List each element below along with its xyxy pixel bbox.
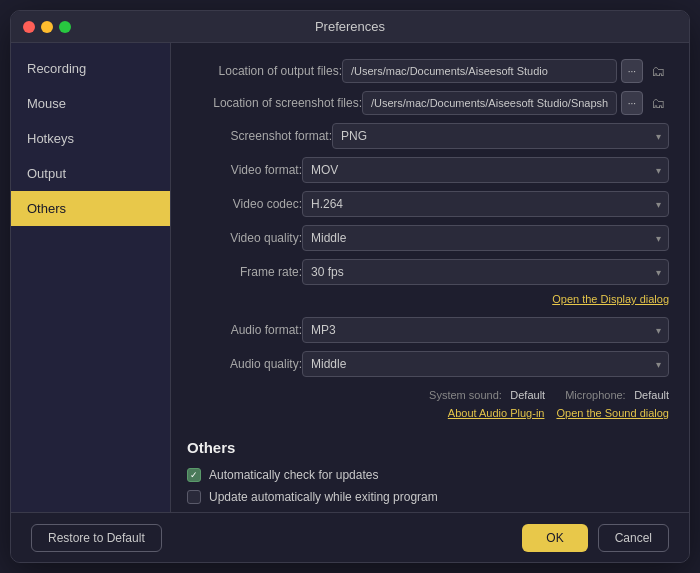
screenshot-files-label: Location of screenshot files: [187, 96, 362, 110]
frame-rate-row: Frame rate: 30 fps 24 fps 60 fps ▾ [187, 259, 669, 285]
screenshot-format-row: Screenshot format: PNG JPG BMP ▾ [187, 123, 669, 149]
audio-links-row: About Audio Plug-in Open the Sound dialo… [187, 407, 669, 419]
auto-update-label: Automatically check for updates [209, 468, 378, 482]
auto-update-exit-row[interactable]: Update automatically while exiting progr… [187, 490, 669, 504]
video-quality-select[interactable]: Middle Low High [302, 225, 669, 251]
video-quality-row: Video quality: Middle Low High ▾ [187, 225, 669, 251]
folder-icon: 🗂 [651, 63, 665, 79]
video-codec-row: Video codec: H.264 H.265 ▾ [187, 191, 669, 217]
audio-quality-select[interactable]: Middle Low High [302, 351, 669, 377]
output-files-folder-button[interactable]: 🗂 [647, 61, 669, 81]
maximize-button[interactable] [59, 21, 71, 33]
audio-format-select[interactable]: MP3 AAC WAV [302, 317, 669, 343]
auto-update-exit-label: Update automatically while exiting progr… [209, 490, 438, 504]
titlebar: Preferences [11, 11, 689, 43]
audio-format-row: Audio format: MP3 AAC WAV ▾ [187, 317, 669, 343]
video-quality-label: Video quality: [187, 231, 302, 245]
footer-right: OK Cancel [522, 524, 669, 552]
screenshot-format-label: Screenshot format: [187, 129, 332, 143]
restore-default-button[interactable]: Restore to Default [31, 524, 162, 552]
screenshot-format-select-wrapper: PNG JPG BMP ▾ [332, 123, 669, 149]
auto-update-check-row[interactable]: ✓ Automatically check for updates [187, 468, 669, 482]
audio-format-select-wrapper: MP3 AAC WAV ▾ [302, 317, 669, 343]
output-files-label: Location of output files: [187, 64, 342, 78]
screenshot-files-dots-button[interactable]: ··· [621, 91, 643, 115]
footer: Restore to Default OK Cancel [11, 512, 689, 562]
video-format-select[interactable]: MOV MP4 AVI [302, 157, 669, 183]
screenshot-files-row: Location of screenshot files: ··· 🗂 [187, 91, 669, 115]
video-format-row: Video format: MOV MP4 AVI ▾ [187, 157, 669, 183]
others-section-title: Others [187, 439, 669, 456]
audio-section: Audio format: MP3 AAC WAV ▾ Audio qualit… [187, 313, 669, 419]
sidebar-item-output[interactable]: Output [11, 156, 170, 191]
auto-update-checkbox[interactable]: ✓ [187, 468, 201, 482]
video-format-label: Video format: [187, 163, 302, 177]
output-files-input[interactable] [342, 59, 617, 83]
frame-rate-select[interactable]: 30 fps 24 fps 60 fps [302, 259, 669, 285]
sidebar-item-mouse[interactable]: Mouse [11, 86, 170, 121]
microphone-label: Microphone: Default [565, 385, 669, 403]
dots-icon2: ··· [628, 98, 636, 109]
auto-update-exit-checkbox[interactable] [187, 490, 201, 504]
system-sound-label: System sound: Default [429, 385, 545, 403]
frame-rate-select-wrapper: 30 fps 24 fps 60 fps ▾ [302, 259, 669, 285]
audio-quality-select-wrapper: Middle Low High ▾ [302, 351, 669, 377]
ok-button[interactable]: OK [522, 524, 587, 552]
open-display-dialog-row: Open the Display dialog [187, 293, 669, 305]
sidebar-item-recording[interactable]: Recording [11, 51, 170, 86]
footer-left: Restore to Default [31, 524, 162, 552]
preferences-window: Preferences Recording Mouse Hotkeys Outp… [10, 10, 690, 563]
sidebar-item-hotkeys[interactable]: Hotkeys [11, 121, 170, 156]
video-codec-select-wrapper: H.264 H.265 ▾ [302, 191, 669, 217]
window-controls [23, 21, 71, 33]
video-codec-label: Video codec: [187, 197, 302, 211]
window-title: Preferences [315, 19, 385, 34]
video-codec-select[interactable]: H.264 H.265 [302, 191, 669, 217]
frame-rate-label: Frame rate: [187, 265, 302, 279]
others-section: Others ✓ Automatically check for updates… [187, 431, 669, 504]
video-quality-select-wrapper: Middle Low High ▾ [302, 225, 669, 251]
audio-format-label: Audio format: [187, 323, 302, 337]
output-files-dots-button[interactable]: ··· [621, 59, 643, 83]
output-files-input-group: ··· 🗂 [342, 59, 669, 83]
audio-quality-label: Audio quality: [187, 357, 302, 371]
screenshot-files-folder-button[interactable]: 🗂 [647, 93, 669, 113]
content-area: Location of output files: ··· 🗂 Location… [171, 43, 689, 512]
open-sound-dialog-link[interactable]: Open the Sound dialog [556, 407, 669, 419]
system-sound-row: System sound: Default Microphone: Defaul… [187, 385, 669, 403]
open-display-dialog-link[interactable]: Open the Display dialog [552, 293, 669, 305]
screenshot-format-select[interactable]: PNG JPG BMP [332, 123, 669, 149]
checkmark-icon: ✓ [190, 470, 198, 480]
minimize-button[interactable] [41, 21, 53, 33]
about-audio-plugin-link[interactable]: About Audio Plug-in [448, 407, 545, 419]
audio-quality-row: Audio quality: Middle Low High ▾ [187, 351, 669, 377]
sidebar: Recording Mouse Hotkeys Output Others [11, 43, 171, 512]
sidebar-item-others[interactable]: Others [11, 191, 170, 226]
close-button[interactable] [23, 21, 35, 33]
screenshot-files-input-group: ··· 🗂 [362, 91, 669, 115]
folder-icon2: 🗂 [651, 95, 665, 111]
cancel-button[interactable]: Cancel [598, 524, 669, 552]
screenshot-files-input[interactable] [362, 91, 617, 115]
main-content: Recording Mouse Hotkeys Output Others Lo… [11, 43, 689, 512]
dots-icon: ··· [628, 66, 636, 77]
video-format-select-wrapper: MOV MP4 AVI ▾ [302, 157, 669, 183]
output-files-row: Location of output files: ··· 🗂 [187, 59, 669, 83]
